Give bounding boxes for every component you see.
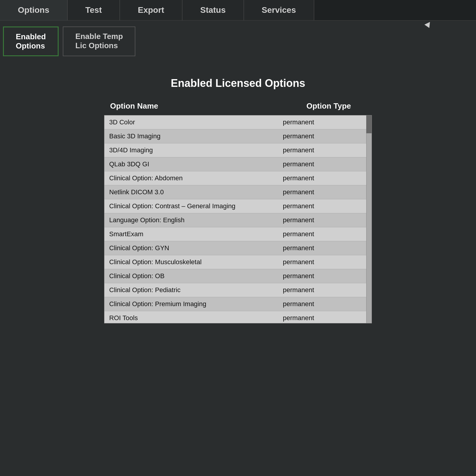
option-type-cell: permanent [278, 227, 372, 241]
option-type-cell: permanent [278, 171, 372, 185]
option-type-cell: permanent [278, 213, 372, 227]
option-type-cell: permanent [278, 185, 372, 199]
table-row: Clinical Option: GYNpermanent [104, 241, 372, 255]
table-row: Language Option: Englishpermanent [104, 213, 372, 227]
option-name-cell: Clinical Option: Abdomen [104, 171, 278, 185]
option-name-cell: 3D Color [104, 115, 278, 129]
top-navigation: Options Test Export Status Services [0, 0, 476, 21]
option-name-cell: Clinical Option: Contrast – General Imag… [104, 199, 278, 213]
table-row: Clinical Option: Contrast – General Imag… [104, 199, 372, 213]
option-type-cell: permanent [278, 255, 372, 269]
option-name-cell: Language Option: English [104, 213, 278, 227]
scrollbar-thumb[interactable] [366, 115, 372, 133]
option-type-cell: permanent [278, 143, 372, 157]
nav-tab-options[interactable]: Options [0, 0, 68, 20]
options-table: 3D ColorpermanentBasic 3D Imagingpermane… [104, 115, 372, 323]
option-type-cell: permanent [278, 129, 372, 143]
option-name-cell: QLab 3DQ GI [104, 157, 278, 171]
subtab-enable-temp-lic[interactable]: Enable TempLic Options [63, 26, 135, 56]
table-row: Clinical Option: Pediatricpermanent [104, 283, 372, 297]
subtab-enabled-options[interactable]: EnabledOptions [3, 26, 59, 56]
option-name-cell: 3D/4D Imaging [104, 143, 278, 157]
option-type-cell: permanent [278, 241, 372, 255]
table-row: SmartExampermanent [104, 227, 372, 241]
option-name-cell: Basic 3D Imaging [104, 129, 278, 143]
table-row: Clinical Option: Abdomenpermanent [104, 171, 372, 185]
option-type-cell: permanent [278, 283, 372, 297]
table-row: QLab 3DQ GIpermanent [104, 157, 372, 171]
main-content: Enabled Licensed Options Option Name Opt… [0, 56, 476, 332]
scrollbar[interactable] [366, 115, 372, 323]
option-name-cell: Clinical Option: Pediatric [104, 283, 278, 297]
option-type-cell: permanent [278, 157, 372, 171]
option-type-cell: permanent [278, 297, 372, 311]
table-row: Clinical Option: Musculoskeletalpermanen… [104, 255, 372, 269]
nav-tab-status[interactable]: Status [182, 0, 244, 20]
section-title: Enabled Licensed Options [24, 77, 452, 90]
options-table-container[interactable]: 3D ColorpermanentBasic 3D Imagingpermane… [104, 115, 372, 323]
nav-tab-test[interactable]: Test [68, 0, 120, 20]
column-headers: Option Name Option Type [104, 98, 372, 115]
table-row: Basic 3D Imagingpermanent [104, 129, 372, 143]
nav-tab-services[interactable]: Services [244, 0, 314, 20]
table-row: 3D/4D Imagingpermanent [104, 143, 372, 157]
table-row: Clinical Option: OBpermanent [104, 269, 372, 283]
option-type-cell: permanent [278, 311, 372, 324]
option-name-cell: Clinical Option: Musculoskeletal [104, 255, 278, 269]
column-header-option-name: Option Name [104, 101, 306, 111]
sub-navigation: EnabledOptions Enable TempLic Options [0, 21, 476, 56]
table-row: 3D Colorpermanent [104, 115, 372, 129]
table-row: Clinical Option: Premium Imagingpermanen… [104, 297, 372, 311]
option-name-cell: Clinical Option: GYN [104, 241, 278, 255]
table-row: Netlink DICOM 3.0permanent [104, 185, 372, 199]
option-name-cell: ROI Tools [104, 311, 278, 324]
option-type-cell: permanent [278, 199, 372, 213]
nav-tab-export[interactable]: Export [120, 0, 182, 20]
option-name-cell: Clinical Option: Premium Imaging [104, 297, 278, 311]
option-type-cell: permanent [278, 269, 372, 283]
column-header-option-type: Option Type [306, 101, 372, 111]
option-type-cell: permanent [278, 115, 372, 129]
option-name-cell: Clinical Option: OB [104, 269, 278, 283]
option-name-cell: Netlink DICOM 3.0 [104, 185, 278, 199]
option-name-cell: SmartExam [104, 227, 278, 241]
table-row: ROI Toolspermanent [104, 311, 372, 324]
